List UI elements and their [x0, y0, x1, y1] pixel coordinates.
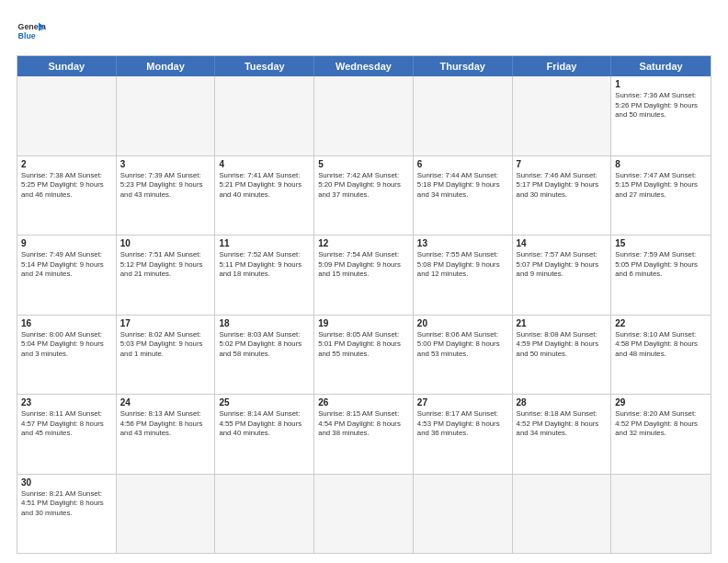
svg-text:Blue: Blue — [18, 31, 36, 40]
calendar-cell: 10Sunrise: 7:51 AM Sunset: 5:12 PM Dayli… — [117, 236, 216, 315]
day-number: 26 — [318, 397, 409, 408]
week-row-4: 23Sunrise: 8:11 AM Sunset: 4:57 PM Dayli… — [17, 394, 711, 474]
calendar-cell — [513, 76, 612, 155]
calendar-header: SundayMondayTuesdayWednesdayThursdayFrid… — [17, 56, 711, 76]
day-number: 1 — [615, 79, 707, 89]
day-number: 30 — [21, 477, 112, 488]
day-number: 6 — [417, 159, 508, 169]
day-number: 16 — [21, 318, 112, 328]
calendar-cell — [414, 76, 513, 155]
day-number: 4 — [219, 159, 310, 169]
day-info: Sunrise: 7:51 AM Sunset: 5:12 PM Dayligh… — [120, 250, 211, 280]
day-info: Sunrise: 8:21 AM Sunset: 4:51 PM Dayligh… — [21, 489, 112, 519]
calendar-cell: 17Sunrise: 8:02 AM Sunset: 5:03 PM Dayli… — [117, 316, 216, 395]
day-info: Sunrise: 7:46 AM Sunset: 5:17 PM Dayligh… — [517, 171, 608, 201]
calendar-cell: 20Sunrise: 8:06 AM Sunset: 5:00 PM Dayli… — [414, 316, 513, 395]
page-header: General Blue — [17, 17, 711, 46]
calendar-cell: 12Sunrise: 7:54 AM Sunset: 5:09 PM Dayli… — [314, 236, 414, 315]
day-number: 21 — [517, 318, 608, 328]
day-info: Sunrise: 7:38 AM Sunset: 5:25 PM Dayligh… — [21, 171, 112, 201]
calendar-cell: 13Sunrise: 7:55 AM Sunset: 5:08 PM Dayli… — [414, 236, 513, 315]
day-number: 9 — [21, 238, 112, 248]
day-info: Sunrise: 7:52 AM Sunset: 5:11 PM Dayligh… — [219, 250, 310, 280]
week-row-5: 30Sunrise: 8:21 AM Sunset: 4:51 PM Dayli… — [17, 474, 711, 554]
weekday-header-saturday: Saturday — [611, 56, 711, 76]
calendar-cell: 5Sunrise: 7:42 AM Sunset: 5:20 PM Daylig… — [314, 156, 414, 236]
calendar-cell — [17, 76, 117, 155]
calendar-cell: 1Sunrise: 7:36 AM Sunset: 5:26 PM Daylig… — [611, 76, 711, 155]
day-info: Sunrise: 8:08 AM Sunset: 4:59 PM Dayligh… — [517, 330, 608, 360]
day-number: 10 — [120, 238, 211, 248]
week-row-1: 2Sunrise: 7:38 AM Sunset: 5:25 PM Daylig… — [17, 155, 711, 236]
calendar-cell: 28Sunrise: 8:18 AM Sunset: 4:52 PM Dayli… — [513, 395, 612, 474]
day-info: Sunrise: 8:00 AM Sunset: 5:04 PM Dayligh… — [21, 330, 112, 360]
day-info: Sunrise: 7:41 AM Sunset: 5:21 PM Dayligh… — [219, 171, 310, 201]
day-number: 15 — [615, 238, 707, 248]
day-number: 22 — [615, 318, 707, 328]
calendar-cell: 23Sunrise: 8:11 AM Sunset: 4:57 PM Dayli… — [17, 395, 117, 474]
day-number: 23 — [21, 397, 112, 408]
calendar-cell: 15Sunrise: 7:59 AM Sunset: 5:05 PM Dayli… — [611, 236, 711, 315]
day-info: Sunrise: 8:05 AM Sunset: 5:01 PM Dayligh… — [318, 330, 409, 360]
calendar-cell — [513, 475, 612, 554]
calendar-cell: 11Sunrise: 7:52 AM Sunset: 5:11 PM Dayli… — [215, 236, 314, 315]
calendar-cell — [314, 76, 414, 155]
day-number: 5 — [318, 159, 409, 169]
day-info: Sunrise: 7:49 AM Sunset: 5:14 PM Dayligh… — [21, 250, 112, 280]
calendar-cell — [611, 475, 711, 554]
day-info: Sunrise: 7:47 AM Sunset: 5:15 PM Dayligh… — [615, 171, 707, 201]
day-info: Sunrise: 7:54 AM Sunset: 5:09 PM Dayligh… — [318, 250, 409, 280]
week-row-0: 1Sunrise: 7:36 AM Sunset: 5:26 PM Daylig… — [17, 76, 711, 155]
weekday-header-wednesday: Wednesday — [314, 56, 414, 76]
day-info: Sunrise: 7:42 AM Sunset: 5:20 PM Dayligh… — [318, 171, 409, 201]
weekday-header-sunday: Sunday — [17, 56, 117, 76]
day-number: 20 — [417, 318, 508, 328]
calendar-cell: 9Sunrise: 7:49 AM Sunset: 5:14 PM Daylig… — [17, 236, 117, 315]
day-info: Sunrise: 8:17 AM Sunset: 4:53 PM Dayligh… — [417, 409, 508, 439]
calendar-cell: 30Sunrise: 8:21 AM Sunset: 4:51 PM Dayli… — [17, 475, 117, 554]
calendar-cell — [414, 475, 513, 554]
day-info: Sunrise: 7:44 AM Sunset: 5:18 PM Dayligh… — [417, 171, 508, 201]
calendar-cell: 18Sunrise: 8:03 AM Sunset: 5:02 PM Dayli… — [215, 316, 314, 395]
day-number: 19 — [318, 318, 409, 328]
calendar-body: 1Sunrise: 7:36 AM Sunset: 5:26 PM Daylig… — [17, 76, 711, 553]
day-number: 3 — [120, 159, 211, 169]
day-info: Sunrise: 7:36 AM Sunset: 5:26 PM Dayligh… — [615, 91, 707, 121]
calendar-cell: 7Sunrise: 7:46 AM Sunset: 5:17 PM Daylig… — [513, 156, 612, 236]
day-number: 18 — [219, 318, 310, 328]
day-number: 13 — [417, 238, 508, 248]
logo-icon: General Blue — [17, 17, 46, 46]
day-number: 12 — [318, 238, 409, 248]
day-number: 7 — [517, 159, 608, 169]
week-row-3: 16Sunrise: 8:00 AM Sunset: 5:04 PM Dayli… — [17, 315, 711, 395]
calendar-cell: 14Sunrise: 7:57 AM Sunset: 5:07 PM Dayli… — [513, 236, 612, 315]
day-number: 24 — [120, 397, 211, 408]
week-row-2: 9Sunrise: 7:49 AM Sunset: 5:14 PM Daylig… — [17, 235, 711, 315]
calendar-cell: 29Sunrise: 8:20 AM Sunset: 4:52 PM Dayli… — [611, 395, 711, 474]
logo: General Blue — [17, 17, 46, 46]
day-number: 17 — [120, 318, 211, 328]
calendar-cell: 8Sunrise: 7:47 AM Sunset: 5:15 PM Daylig… — [611, 156, 711, 236]
calendar-cell: 24Sunrise: 8:13 AM Sunset: 4:56 PM Dayli… — [117, 395, 216, 474]
day-info: Sunrise: 8:13 AM Sunset: 4:56 PM Dayligh… — [120, 409, 211, 439]
day-number: 29 — [615, 397, 707, 408]
calendar-cell: 27Sunrise: 8:17 AM Sunset: 4:53 PM Dayli… — [414, 395, 513, 474]
day-info: Sunrise: 8:14 AM Sunset: 4:55 PM Dayligh… — [219, 409, 310, 439]
day-info: Sunrise: 8:20 AM Sunset: 4:52 PM Dayligh… — [615, 409, 707, 439]
calendar-cell: 25Sunrise: 8:14 AM Sunset: 4:55 PM Dayli… — [215, 395, 314, 474]
calendar-cell — [215, 76, 314, 155]
day-info: Sunrise: 7:59 AM Sunset: 5:05 PM Dayligh… — [615, 250, 707, 280]
calendar-cell: 16Sunrise: 8:00 AM Sunset: 5:04 PM Dayli… — [17, 316, 117, 395]
calendar-cell: 26Sunrise: 8:15 AM Sunset: 4:54 PM Dayli… — [314, 395, 414, 474]
day-info: Sunrise: 8:02 AM Sunset: 5:03 PM Dayligh… — [120, 330, 211, 360]
weekday-header-tuesday: Tuesday — [215, 56, 314, 76]
day-number: 11 — [219, 238, 310, 248]
calendar-cell: 22Sunrise: 8:10 AM Sunset: 4:58 PM Dayli… — [611, 316, 711, 395]
day-info: Sunrise: 8:06 AM Sunset: 5:00 PM Dayligh… — [417, 330, 508, 360]
calendar-cell — [314, 475, 414, 554]
calendar-cell: 4Sunrise: 7:41 AM Sunset: 5:21 PM Daylig… — [215, 156, 314, 236]
calendar: SundayMondayTuesdayWednesdayThursdayFrid… — [17, 55, 711, 554]
day-info: Sunrise: 8:10 AM Sunset: 4:58 PM Dayligh… — [615, 330, 707, 360]
weekday-header-monday: Monday — [117, 56, 216, 76]
calendar-cell — [215, 475, 314, 554]
